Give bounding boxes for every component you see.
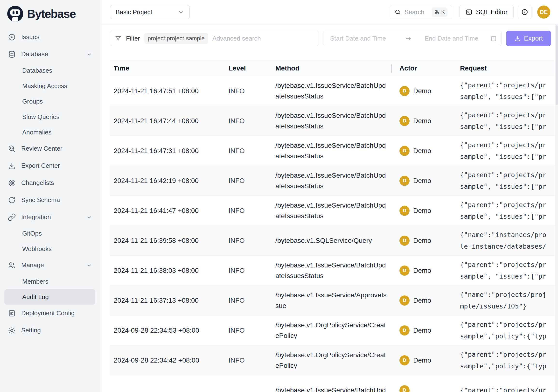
cell-request: {"parent":"projects/pr sample", "issues"… [460, 139, 558, 162]
table-body: 2024-11-21 16:47:51 +08:00 INFO /bytebas… [110, 76, 558, 392]
actor-avatar: D [400, 206, 410, 216]
filter-label: Filter [126, 35, 140, 42]
cell-time: 2024-11-21 16:37:13 +08:00 [110, 297, 228, 304]
actor-avatar: D [400, 266, 410, 276]
sidebar-item-deployment-config[interactable]: Deployment Config [4, 305, 95, 322]
cell-request: {"parent":"projects/pr sample","policy":… [460, 319, 558, 342]
actor-name: Demo [413, 237, 431, 244]
filter-search-box[interactable]: Filter project:project-sample Advanced s… [110, 31, 319, 46]
audit-log-page: Filter project:project-sample Advanced s… [101, 24, 558, 392]
cell-request: {"name":"projects/proj mple/issues/105"} [460, 289, 558, 312]
cell-level: INFO [228, 117, 275, 125]
cell-request: {"parent":"projects/pr [460, 384, 558, 392]
table-row: 2024-11-21 16:37:13 +08:00 INFO /bytebas… [110, 286, 558, 315]
code-search-icon [8, 145, 16, 153]
end-date-placeholder: End Date and Time [425, 35, 478, 42]
circle-dot-icon [521, 9, 528, 16]
chevron-down-icon [86, 214, 92, 220]
cell-request: {"parent":"projects/pr sample", "issues"… [460, 109, 558, 132]
cell-method: /bytebase.v1.IssueService/BatchUpd ateIs… [275, 260, 391, 281]
chevron-down-icon [86, 51, 92, 57]
sql-editor-label: SQL Editor [476, 9, 507, 16]
users-icon [8, 261, 16, 269]
cell-actor: D Demo [391, 116, 460, 126]
cell-time: 2024-11-21 16:47:44 +08:00 [110, 117, 228, 125]
cell-actor: D Demo [391, 296, 460, 305]
sidebar-item-anomalies[interactable]: Anomalies [4, 125, 95, 140]
cell-actor: D Demo [391, 206, 460, 216]
advanced-search-placeholder: Advanced search [212, 35, 261, 42]
cell-level: INFO [228, 297, 275, 304]
actor-avatar: D [400, 116, 410, 126]
sidebar: Bytebase Issues Database Databases Maski… [0, 0, 101, 392]
audit-log-table: Time Level Method Actor Request 2024-11-… [110, 61, 558, 392]
cell-time: 2024-09-28 22:34:42 +08:00 [110, 357, 228, 364]
sidebar-item-masking-access[interactable]: Masking Access [4, 78, 95, 94]
download-icon [514, 35, 521, 42]
project-select[interactable]: Basic Project [110, 5, 190, 19]
cell-actor: D Demo [391, 325, 460, 336]
table-row: 2024-11-21 16:39:58 +08:00 INFO /bytebas… [110, 226, 558, 256]
sidebar-item-gitops[interactable]: GitOps [4, 226, 95, 241]
sidebar-item-review-center[interactable]: Review Center [4, 140, 95, 157]
sidebar-item-changelists[interactable]: Changelists [4, 174, 95, 192]
actor-avatar: D [400, 86, 410, 96]
actor-name: Demo [413, 297, 431, 304]
table-row: 2024-11-21 16:42:19 +08:00 INFO /bytebas… [110, 166, 558, 196]
scrollbar[interactable] [555, 24, 558, 392]
sidebar-item-audit-log[interactable]: Audit Log [4, 289, 95, 305]
actor-name: Demo [413, 87, 431, 95]
sidebar-item-manage[interactable]: Manage [4, 257, 95, 274]
sidebar-item-groups[interactable]: Groups [4, 94, 95, 109]
main-area: Basic Project Search ⌘ K SQL Editor DE F… [101, 0, 558, 392]
cell-request: {"parent":"projects/pr sample", "issues"… [460, 199, 558, 222]
bytebase-logo[interactable]: Bytebase [0, 6, 101, 22]
export-button[interactable]: Export [506, 31, 551, 46]
sidebar-item-issues[interactable]: Issues [4, 28, 95, 46]
table-header: Time Level Method Actor Request [110, 61, 558, 76]
sidebar-item-sync-schema[interactable]: Sync Schema [4, 192, 95, 209]
arrow-right-icon [405, 35, 412, 42]
actor-name: Demo [413, 327, 431, 334]
pencil-ruler-icon [8, 179, 16, 187]
search-button[interactable]: Search ⌘ K [390, 5, 452, 19]
sidebar-item-integration[interactable]: Integration [4, 209, 95, 226]
column-divider[interactable] [391, 64, 392, 73]
database-icon [8, 50, 16, 58]
cell-request: {"parent":"projects/pr sample", "issues"… [460, 79, 558, 103]
sql-editor-button[interactable]: SQL Editor [459, 5, 514, 19]
cell-method: /bytebase.v1.SQLService/Query [275, 235, 391, 246]
calendar-icon [490, 35, 497, 42]
cell-time: 2024-11-21 16:47:51 +08:00 [110, 87, 228, 95]
start-date-placeholder: Start Date and Time [330, 35, 386, 42]
refresh-icon [8, 196, 16, 204]
date-range-input[interactable]: Start Date and Time End Date and Time [323, 31, 502, 46]
filter-tag-chip[interactable]: project:project-sample [144, 33, 208, 44]
gear-icon [8, 326, 16, 335]
sidebar-item-setting[interactable]: Setting [4, 322, 95, 339]
column-header-request: Request [460, 64, 558, 72]
bytebase-logo-icon [7, 6, 23, 22]
column-header-method: Method [275, 64, 391, 72]
actor-avatar: D [400, 296, 410, 305]
terminal-icon [465, 9, 472, 16]
issues-icon [8, 33, 16, 41]
cell-level: INFO [228, 177, 275, 185]
actor-avatar: D [400, 176, 410, 186]
search-placeholder: Search [404, 9, 424, 16]
scrollbar-thumb[interactable] [556, 25, 558, 105]
actor-name: Demo [413, 117, 431, 125]
sidebar-item-export-center[interactable]: Export Center [4, 157, 95, 174]
sidebar-item-webhooks[interactable]: Webhooks [4, 241, 95, 257]
sidebar-item-databases[interactable]: Databases [4, 63, 95, 78]
help-button[interactable] [518, 5, 532, 19]
user-avatar[interactable]: DE [537, 6, 550, 18]
sidebar-item-members[interactable]: Members [4, 274, 95, 289]
download-icon [8, 162, 16, 170]
sidebar-item-slow-queries[interactable]: Slow Queries [4, 109, 95, 125]
sidebar-item-database[interactable]: Database [4, 46, 95, 63]
link-icon [8, 213, 16, 221]
cell-actor: D Demo [391, 146, 460, 156]
column-header-actor: Actor [391, 64, 460, 72]
column-header-time: Time [110, 64, 228, 72]
